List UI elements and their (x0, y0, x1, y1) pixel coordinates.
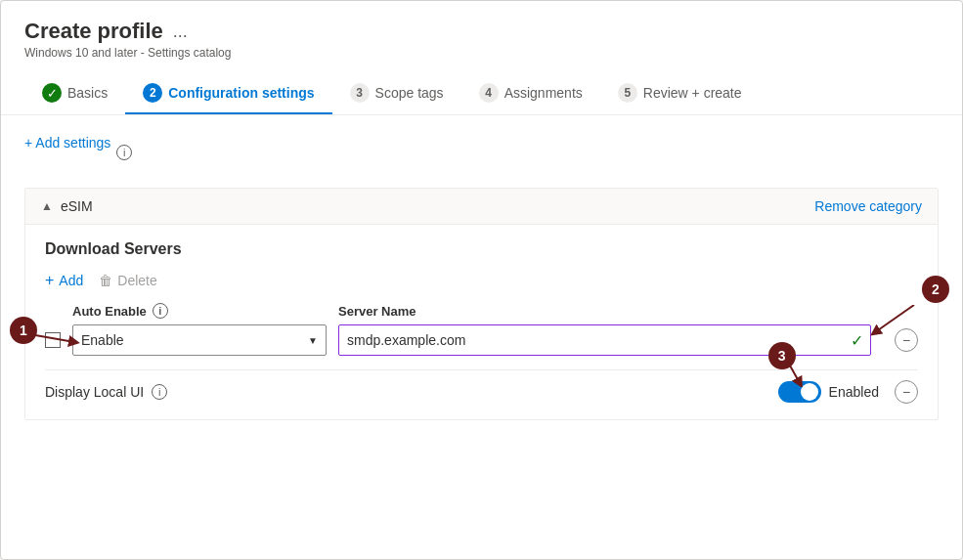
display-local-label: Display Local UI (45, 384, 144, 400)
tab-review-num: 5 (618, 83, 637, 103)
table-header-row: Auto Enable i Server Name (45, 303, 918, 319)
add-icon: + (45, 272, 54, 289)
svg-line-0 (35, 335, 74, 342)
enable-dropdown-value: Enable (81, 332, 124, 348)
delete-button[interactable]: 🗑 Delete (99, 273, 156, 288)
annotation-badge-1: 1 (10, 317, 37, 344)
svg-line-1 (875, 305, 914, 332)
input-valid-icon: ✓ (851, 331, 863, 350)
category-name: eSIM (61, 198, 93, 214)
tab-check-icon: ✓ (42, 83, 62, 103)
page-header: Create profile ... Windows 10 and later … (1, 1, 962, 115)
tab-scope[interactable]: 3 Scope tags (332, 73, 461, 114)
add-settings-info-icon[interactable]: i (116, 145, 132, 160)
delete-label: Delete (117, 273, 156, 288)
display-local-info-icon[interactable]: i (152, 384, 167, 400)
tab-assignments-num: 4 (479, 83, 499, 103)
tab-configuration-label: Configuration settings (168, 85, 314, 101)
annotation-badge-2: 2 (922, 276, 949, 303)
esim-category-section: ▲ eSIM Remove category Download Servers … (24, 188, 939, 420)
display-local-controls: 3 Enabled − (778, 380, 918, 404)
svg-line-2 (790, 366, 800, 383)
minus-icon-2: − (902, 384, 910, 400)
main-content: + Add settings i ▲ eSIM Remove category … (1, 115, 962, 450)
delete-icon: 🗑 (99, 273, 112, 288)
tab-basics-label: Basics (67, 85, 108, 101)
download-servers-title: Download Servers (45, 240, 918, 258)
remove-display-local-button[interactable]: − (895, 380, 918, 404)
tab-configuration-num: 2 (143, 83, 162, 103)
category-chevron-icon[interactable]: ▲ (41, 199, 53, 213)
display-local-ui-row: Display Local UI i 3 (45, 369, 918, 404)
tab-assignments-label: Assignments (504, 85, 583, 101)
tab-review[interactable]: 5 Review + create (600, 73, 760, 114)
page-subtitle: Windows 10 and later - Settings catalog (24, 46, 939, 60)
auto-enable-info-icon[interactable]: i (153, 303, 168, 319)
add-button[interactable]: + Add (45, 272, 83, 289)
wizard-tabs: ✓ Basics 2 Configuration settings 3 Scop… (24, 73, 939, 114)
arrow-2 (865, 305, 943, 340)
tab-scope-label: Scope tags (375, 85, 444, 101)
enable-dropdown[interactable]: Enable ▼ (72, 324, 327, 356)
category-header: ▲ eSIM Remove category (25, 189, 938, 225)
remove-category-button[interactable]: Remove category (814, 198, 922, 214)
category-body: Download Servers + Add 🗑 Delete Auto (25, 225, 938, 419)
add-label: Add (59, 273, 83, 288)
arrow-1 (35, 330, 84, 350)
add-settings-link[interactable]: + Add settings (24, 135, 110, 151)
enable-dropdown-wrapper: Enable ▼ (72, 324, 327, 356)
download-servers-toolbar: + Add 🗑 Delete (45, 272, 918, 289)
tab-review-label: Review + create (643, 85, 742, 101)
annotation-badge-3: 3 (768, 342, 796, 369)
toggle-enabled-label: Enabled (829, 384, 879, 400)
arrow-3 (784, 366, 823, 387)
col-server-name-label: Server Name (338, 304, 918, 319)
col-auto-enable-label: Auto Enable (72, 304, 147, 319)
tab-configuration[interactable]: 2 Configuration settings (125, 73, 331, 114)
more-options-icon[interactable]: ... (173, 22, 188, 42)
dropdown-chevron-icon: ▼ (308, 335, 318, 346)
display-local-toggle-wrapper: 3 Enabled (778, 381, 879, 403)
tab-scope-num: 3 (350, 83, 370, 103)
tab-basics[interactable]: ✓ Basics (24, 73, 125, 114)
tab-assignments[interactable]: 4 Assignments (461, 73, 600, 114)
page-title: Create profile (24, 19, 163, 44)
